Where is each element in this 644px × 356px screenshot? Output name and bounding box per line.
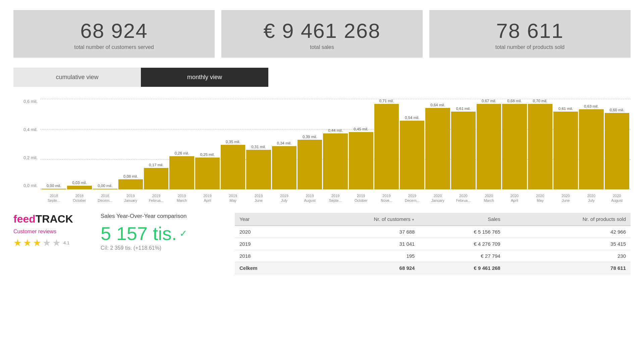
bar-item: 0,63 mil.2020July — [579, 99, 603, 189]
bar-x-label: 2018Decem... — [98, 193, 112, 203]
bar-x-label: 2019April — [203, 193, 211, 203]
star-2: ★ — [23, 237, 32, 248]
chart-y-labels: 0,0 mil. 0,2 mil. 0,4 mil. 0,6 mil. — [13, 99, 38, 189]
kpi-value-customers: 68 924 — [25, 19, 203, 42]
bar-value-label: 0,08 mil. — [123, 174, 138, 178]
yoy-value: 5 157 tis. ✓ — [101, 224, 221, 243]
bar-value-label: 0,00 mil. — [47, 184, 61, 188]
bar-x-label: 2019May — [229, 193, 237, 203]
feedtrack-logo: feedTRACK — [13, 213, 87, 225]
table-total-row: Celkem 68 924 € 9 461 268 78 611 — [235, 262, 631, 274]
bar-value-label: 0,68 mil. — [507, 99, 522, 103]
kpi-label-products: total number of products sold — [441, 44, 619, 50]
cell-sales: € 5 156 765 — [419, 226, 505, 238]
page-wrapper: 68 924 total number of customers served … — [0, 0, 644, 284]
bar-value-label: 0,25 mil. — [200, 153, 215, 157]
view-toggle-row: cumulative view monthly view — [13, 68, 268, 87]
star-5: ★ — [52, 237, 61, 248]
table-row: 2020 37 688 € 5 156 765 42 966 — [235, 226, 631, 238]
bar-fill — [42, 189, 66, 189]
bar-item: 0,39 mil.2019August — [298, 99, 322, 189]
table-row: 2019 31 041 € 4 276 709 35 415 — [235, 238, 631, 250]
bar-value-label: 0,54 mil. — [405, 116, 419, 120]
bar-fill — [93, 189, 117, 189]
bar-value-label: 0,71 mil. — [379, 99, 394, 103]
kpi-label-sales: total sales — [233, 44, 411, 50]
star-4: ★ — [43, 237, 51, 248]
reviews-suffix: reviews — [37, 229, 56, 234]
cell-sales: € 27 794 — [419, 250, 505, 262]
yoy-number: 5 157 tis. — [101, 224, 177, 243]
bar-fill — [477, 104, 501, 189]
cell-year: 2019 — [235, 238, 300, 250]
bar-item: 0,61 mil.2020Februa... — [451, 99, 476, 189]
bar-item: 0,60 mil.2020August — [605, 99, 629, 189]
data-table: Year Nr. of customers Sales Nr. of produ… — [235, 213, 631, 274]
bar-item: 0,61 mil.2020June — [553, 99, 578, 189]
bar-value-label: 0,39 mil. — [303, 135, 317, 139]
total-products: 78 611 — [505, 262, 631, 274]
cell-products: 35 415 — [505, 238, 631, 250]
bar-x-label: 2020August — [611, 193, 623, 203]
bar-item: 0,03 mil.2018October — [67, 99, 92, 189]
feedtrack-panel: feedTRACK Customer reviews ★ ★ ★ ★ ★ 4.1 — [13, 213, 87, 248]
bar-x-label: 2020April — [511, 193, 519, 203]
bottom-section: feedTRACK Customer reviews ★ ★ ★ ★ ★ 4.1… — [13, 213, 631, 274]
bar-x-label: 2020May — [536, 193, 544, 203]
chart-container: 0,00 mil.2018Septe...0,03 mil.2018Octobe… — [40, 99, 631, 203]
monthly-view-button[interactable]: monthly view — [141, 68, 268, 87]
bars-row: 0,00 mil.2018Septe...0,03 mil.2018Octobe… — [40, 99, 631, 189]
bar-item: 0,68 mil.2020April — [502, 99, 527, 189]
col-sales: Sales — [419, 213, 505, 226]
yoy-target: Cíl: 2 359 tis. (+118.61%) — [101, 245, 221, 251]
kpi-value-sales: € 9 461 268 — [233, 19, 411, 42]
bar-fill — [272, 146, 297, 189]
bar-x-label: 2019June — [255, 193, 263, 203]
bar-value-label: 0,63 mil. — [584, 104, 598, 108]
bar-item: 0,26 mil.2019March — [169, 99, 194, 189]
bar-fill — [67, 186, 92, 189]
bar-fill — [605, 113, 629, 189]
table-row: 2018 195 € 27 794 230 — [235, 250, 631, 262]
bar-item: 0,25 mil.2019April — [195, 99, 220, 189]
total-sales: € 9 461 268 — [419, 262, 505, 274]
stars-row: ★ ★ ★ ★ ★ 4.1 — [13, 237, 87, 248]
y-label-1: 0,2 mil. — [13, 155, 38, 160]
bar-item: 0,17 mil.2019Februa... — [144, 99, 168, 189]
bar-fill — [144, 168, 168, 190]
kpi-row: 68 924 total number of customers served … — [13, 10, 631, 58]
cell-customers: 37 688 — [300, 226, 420, 238]
cell-year: 2018 — [235, 250, 300, 262]
bar-value-label: 0,60 mil. — [609, 108, 624, 112]
bar-value-label: 0,61 mil. — [558, 107, 573, 111]
bar-x-label: 2020July — [587, 193, 595, 203]
kpi-card-products: 78 611 total number of products sold — [429, 10, 631, 58]
bar-value-label: 0,00 mil. — [98, 184, 112, 188]
bar-x-label: 2020March — [484, 193, 494, 203]
check-icon: ✓ — [179, 229, 187, 238]
bar-fill — [246, 150, 271, 189]
cumulative-view-button[interactable]: cumulative view — [13, 68, 141, 87]
table-header-row: Year Nr. of customers Sales Nr. of produ… — [235, 213, 631, 226]
bar-x-label: 2019March — [177, 193, 187, 203]
col-customers[interactable]: Nr. of customers — [300, 213, 420, 226]
bar-item: 0,00 mil.2018Septe... — [42, 99, 66, 189]
total-label: Celkem — [235, 262, 300, 274]
bar-value-label: 0,45 mil. — [354, 127, 368, 131]
bar-item: 0,71 mil.2019Nove... — [374, 99, 399, 189]
bar-x-label: 2020June — [561, 193, 570, 203]
feedtrack-track: TRACK — [36, 213, 73, 225]
bar-item: 0,64 mil.2020January — [425, 99, 450, 189]
bar-value-label: 0,03 mil. — [72, 181, 87, 185]
col-products: Nr. of products sold — [505, 213, 631, 226]
kpi-label-customers: total number of customers served — [25, 44, 203, 50]
star-1: ★ — [13, 237, 22, 248]
bar-fill — [400, 121, 424, 189]
bar-fill — [553, 112, 578, 189]
bar-value-label: 0,64 mil. — [430, 103, 445, 107]
bar-item: 0,34 mil.2019July — [272, 99, 297, 189]
bar-value-label: 0,17 mil. — [149, 163, 163, 167]
bar-x-label: 2020Februa... — [456, 193, 471, 203]
bar-item: 0,70 mil.2020May — [528, 99, 552, 189]
bar-x-label: 2019Decem... — [405, 193, 420, 203]
